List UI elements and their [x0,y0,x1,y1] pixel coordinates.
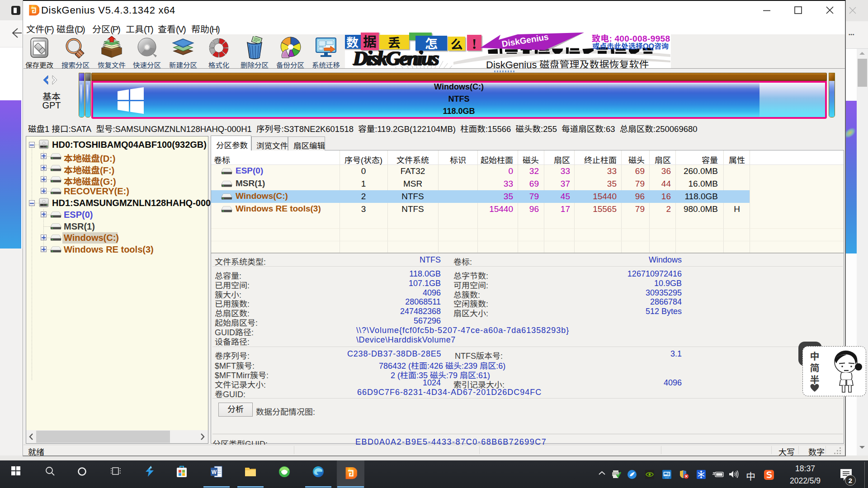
svg-text:W: W [212,469,217,475]
svg-text:intel: intel [665,476,669,479]
